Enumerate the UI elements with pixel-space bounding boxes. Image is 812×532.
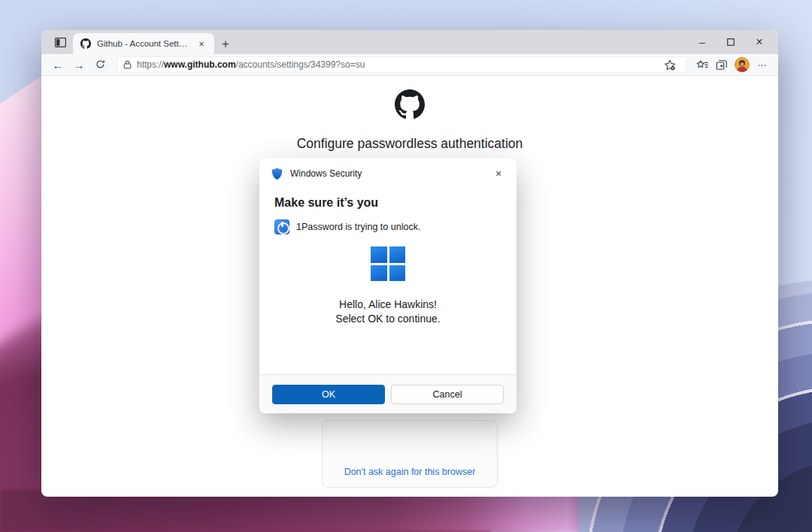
greeting-text: Hello, Alice Hawkins! Select OK to conti… bbox=[259, 298, 517, 326]
github-logo-icon bbox=[395, 89, 425, 122]
new-tab-button[interactable]: + bbox=[219, 38, 232, 51]
page-title: Configure passwordless authentication bbox=[41, 136, 778, 152]
favorites-list-icon[interactable] bbox=[692, 56, 712, 74]
windows-logo-square bbox=[389, 246, 406, 263]
desktop-wallpaper: Github - Account Settings × + – × ← → bbox=[0, 0, 812, 532]
auth-options-card: Don't ask again for this browser bbox=[322, 420, 498, 488]
back-button[interactable]: ← bbox=[47, 56, 68, 74]
window-minimize-button[interactable]: – bbox=[688, 31, 717, 53]
dont-ask-again-link[interactable]: Don't ask again for this browser bbox=[344, 467, 476, 477]
address-bar[interactable]: https://www.github.com/accounts/settings… bbox=[117, 56, 686, 73]
windows-logo-square bbox=[371, 246, 387, 263]
ok-button[interactable]: OK bbox=[272, 385, 385, 404]
github-favicon-icon bbox=[80, 38, 91, 49]
add-favorite-star-icon[interactable] bbox=[660, 56, 680, 74]
forward-button[interactable]: → bbox=[68, 56, 89, 74]
url-path: /accounts/settings/34399?so=su bbox=[236, 59, 365, 70]
url-scheme: https:// bbox=[137, 59, 164, 70]
reload-button[interactable] bbox=[89, 56, 111, 74]
collections-icon[interactable] bbox=[712, 56, 732, 74]
site-security-lock-icon bbox=[123, 60, 132, 69]
url-text: https://www.github.com/accounts/settings… bbox=[137, 59, 660, 70]
tab-actions-menu-button[interactable] bbox=[49, 34, 71, 53]
tab-close-button[interactable]: × bbox=[195, 37, 208, 50]
onepassword-app-icon bbox=[274, 219, 289, 234]
dialog-heading: Make sure it’s you bbox=[274, 196, 517, 210]
tab-title: Github - Account Settings bbox=[97, 39, 189, 48]
window-controls: – × bbox=[688, 30, 774, 54]
windows-logo-icon bbox=[371, 246, 405, 281]
greeting-line-1: Hello, Alice Hawkins! bbox=[259, 298, 517, 312]
windows-security-dialog: Windows Security × Make sure it’s you 1P… bbox=[259, 158, 517, 413]
tab-strip: Github - Account Settings × + – × bbox=[41, 30, 778, 54]
settings-menu-button[interactable]: … bbox=[753, 56, 772, 74]
reload-icon bbox=[95, 59, 105, 71]
dialog-footer: OK Cancel bbox=[259, 374, 517, 413]
dialog-close-button[interactable]: × bbox=[491, 166, 506, 181]
url-domain: www.github.com bbox=[164, 59, 236, 70]
dialog-title: Windows Security bbox=[290, 168, 362, 179]
requesting-app-row: 1Password is trying to unlock. bbox=[274, 219, 517, 234]
maximize-icon bbox=[727, 38, 735, 46]
browser-tab-github[interactable]: Github - Account Settings × bbox=[73, 33, 214, 54]
greeting-line-2: Select OK to continue. bbox=[259, 312, 517, 326]
dialog-message: 1Password is trying to unlock. bbox=[296, 222, 420, 232]
dialog-header: Windows Security × bbox=[259, 158, 517, 181]
browser-toolbar: ← → https://www.github.com/accounts/sett… bbox=[41, 54, 778, 76]
window-maximize-button[interactable] bbox=[717, 31, 745, 53]
window-close-button[interactable]: × bbox=[745, 31, 774, 53]
profile-avatar[interactable] bbox=[735, 57, 750, 72]
windows-logo-square bbox=[371, 265, 387, 282]
vertical-tabs-icon bbox=[55, 37, 66, 50]
windows-logo-square bbox=[389, 265, 406, 282]
windows-security-shield-icon bbox=[271, 168, 283, 180]
cancel-button[interactable]: Cancel bbox=[391, 385, 504, 404]
